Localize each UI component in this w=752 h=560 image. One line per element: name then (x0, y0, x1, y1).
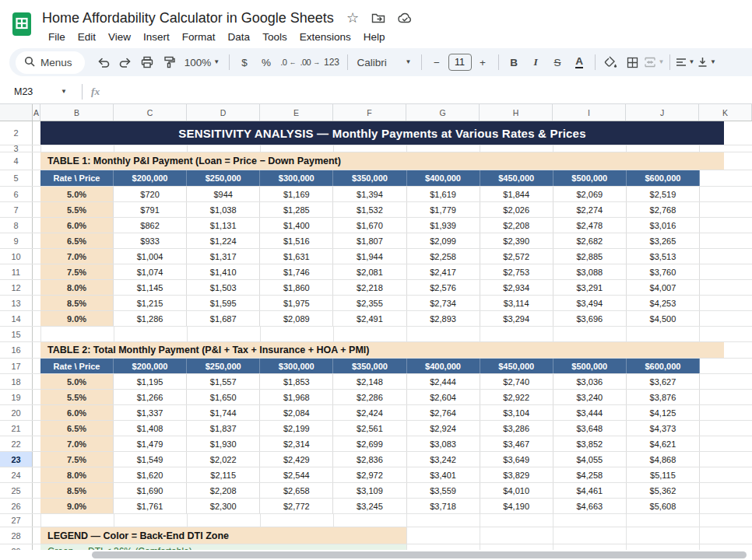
table-cell[interactable]: $4,461 (553, 483, 627, 498)
table-cell[interactable]: $4,621 (627, 436, 700, 451)
table-cell[interactable]: $2,099 (407, 233, 480, 248)
table-header-cell[interactable]: $500,000 (553, 359, 627, 373)
increase-decimals-button[interactable]: .00→ (300, 52, 321, 73)
table-cell[interactable]: $1,837 (187, 421, 260, 436)
table-cell[interactable]: $2,417 (407, 264, 480, 279)
menu-format[interactable]: Format (176, 29, 222, 45)
table-cell[interactable]: $2,300 (187, 499, 260, 513)
table-cell[interactable]: $4,010 (480, 483, 553, 498)
table-cell[interactable]: $1,549 (114, 452, 187, 467)
row-header-19[interactable]: 19 (0, 390, 33, 404)
table-cell[interactable]: $4,253 (627, 296, 700, 310)
table-cell[interactable]: $1,670 (333, 218, 406, 233)
row-header-7[interactable]: 7 (0, 202, 33, 217)
table-cell[interactable]: $5,362 (627, 483, 700, 498)
table-cell[interactable]: $2,972 (333, 467, 406, 482)
rate-cell[interactable]: 8.5% (40, 483, 114, 498)
table-cell[interactable]: $2,658 (260, 483, 333, 498)
column-header-K[interactable]: K (699, 104, 752, 121)
table-cell[interactable]: $1,286 (114, 311, 187, 326)
table-header-cell[interactable]: $350,000 (333, 170, 406, 186)
paint-format-icon[interactable] (159, 52, 180, 73)
sheets-logo-icon[interactable] (11, 9, 33, 42)
table-cell[interactable]: $1,532 (333, 202, 406, 217)
row-header-2[interactable]: 2 (0, 121, 33, 145)
menu-tools[interactable]: Tools (256, 29, 293, 45)
table1-title[interactable]: TABLE 1: Monthly P&I Payment (Loan = Pri… (40, 152, 724, 170)
rate-cell[interactable]: 7.5% (40, 264, 114, 279)
decrease-decimals-button[interactable]: .0← (278, 52, 299, 73)
redo-icon[interactable] (115, 52, 136, 73)
menus-search-button[interactable]: Menus (16, 51, 85, 74)
table-cell[interactable]: $1,687 (187, 311, 260, 326)
table-cell[interactable]: $1,516 (260, 233, 333, 248)
table-cell[interactable]: $1,844 (480, 187, 553, 201)
table-cell[interactable]: $2,753 (480, 264, 553, 279)
table-cell[interactable]: $2,069 (553, 187, 627, 201)
rate-cell[interactable]: 6.0% (40, 405, 114, 420)
table-cell[interactable]: $1,853 (260, 374, 333, 389)
row-header-27[interactable]: 27 (0, 514, 33, 527)
table-header-cell[interactable]: $200,000 (114, 359, 187, 373)
table-cell[interactable]: $3,265 (627, 233, 700, 248)
borders-icon[interactable] (622, 52, 643, 73)
table-cell[interactable]: $3,088 (553, 264, 627, 279)
table-cell[interactable]: $2,208 (480, 218, 553, 233)
table-cell[interactable]: $4,007 (627, 280, 700, 295)
merge-cells-icon[interactable]: ▼ (644, 52, 665, 73)
column-header-E[interactable]: E (260, 104, 333, 121)
banner-title[interactable]: SENSITIVITY ANALYSIS — Monthly Payments … (40, 121, 724, 145)
table-cell[interactable]: $2,218 (333, 280, 406, 295)
table-cell[interactable]: $1,224 (187, 233, 260, 248)
table-cell[interactable]: $933 (114, 233, 187, 248)
table-cell[interactable]: $2,424 (333, 405, 406, 420)
column-header-I[interactable]: I (553, 104, 626, 121)
zoom-select[interactable]: 100%▼ (181, 52, 224, 73)
table-header-cell[interactable]: $300,000 (260, 170, 333, 186)
table-header-cell[interactable]: Rate \ Price (40, 359, 114, 373)
rate-cell[interactable]: 6.5% (40, 233, 114, 248)
cloud-saved-icon[interactable] (398, 12, 413, 24)
table-cell[interactable]: $1,631 (260, 249, 333, 264)
column-header-F[interactable]: F (333, 104, 406, 121)
menu-extensions[interactable]: Extensions (293, 29, 357, 45)
table-cell[interactable]: $720 (114, 187, 187, 201)
rate-cell[interactable]: 5.0% (40, 187, 114, 201)
table-cell[interactable]: $1,394 (333, 187, 406, 201)
table-cell[interactable]: $1,479 (114, 436, 187, 451)
table-header-cell[interactable]: $350,000 (333, 359, 406, 373)
table-cell[interactable]: $3,760 (627, 264, 700, 279)
table-cell[interactable]: $1,503 (187, 280, 260, 295)
table-header-cell[interactable]: $450,000 (480, 170, 553, 186)
row-header-18[interactable]: 18 (0, 374, 33, 389)
table-cell[interactable]: $1,650 (187, 390, 260, 404)
row-header-15[interactable]: 15 (0, 327, 33, 341)
rate-cell[interactable]: 6.0% (40, 218, 114, 233)
table-cell[interactable]: $1,215 (114, 296, 187, 310)
table-cell[interactable]: $5,608 (627, 499, 700, 513)
table-header-cell[interactable]: $400,000 (407, 170, 480, 186)
bold-button[interactable]: B (504, 52, 525, 73)
table-cell[interactable]: $2,115 (187, 467, 260, 482)
table-cell[interactable]: $2,081 (333, 264, 406, 279)
rate-cell[interactable]: 7.0% (40, 249, 114, 264)
table-cell[interactable]: $1,131 (187, 218, 260, 233)
table-cell[interactable]: $2,604 (407, 390, 480, 404)
table-cell[interactable]: $1,317 (187, 249, 260, 264)
row-header-10[interactable]: 10 (0, 249, 33, 264)
table-cell[interactable]: $1,944 (333, 249, 406, 264)
row-header-3[interactable]: 3 (0, 145, 33, 152)
table-header-cell[interactable]: $200,000 (114, 170, 187, 186)
menu-edit[interactable]: Edit (72, 29, 102, 45)
table-cell[interactable]: $2,934 (480, 280, 553, 295)
rate-cell[interactable]: 9.0% (40, 311, 114, 326)
table-cell[interactable]: $4,055 (553, 452, 627, 467)
table-cell[interactable]: $2,764 (407, 405, 480, 420)
row-header-26[interactable]: 26 (0, 499, 33, 513)
strikethrough-button[interactable]: S (547, 52, 568, 73)
menu-help[interactable]: Help (357, 29, 392, 45)
rate-cell[interactable]: 7.0% (40, 436, 114, 451)
table-cell[interactable]: $2,561 (333, 421, 406, 436)
table-cell[interactable]: $1,807 (333, 233, 406, 248)
format-currency-button[interactable]: $ (234, 52, 255, 73)
